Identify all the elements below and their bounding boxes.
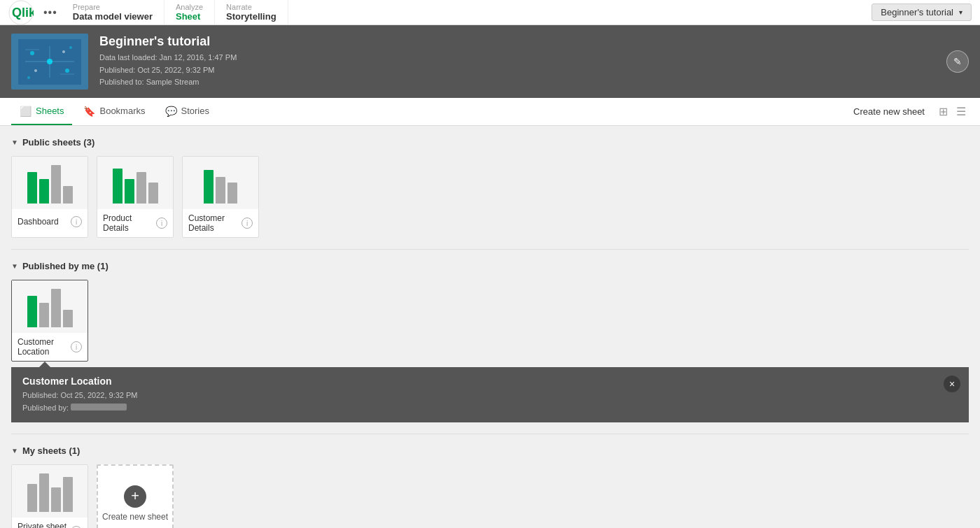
grid-view-button[interactable]: ⊞	[936, 104, 951, 120]
sheets-icon: ⬜	[20, 106, 31, 117]
my-sheets-section: ▼ My sheets (1) Private sheet – sample i…	[11, 445, 969, 528]
nav-prepare[interactable]: Prepare Data model viewer	[62, 0, 164, 24]
narrate-label: Narrate	[226, 3, 276, 11]
sheet-card[interactable]: Product Details i	[97, 156, 174, 238]
tooltip-published-by: Published by:	[22, 402, 958, 415]
section-divider-1	[11, 249, 969, 250]
tooltip-arrow	[39, 362, 50, 367]
info-icon[interactable]: i	[71, 341, 82, 352]
sheet-name: Dashboard	[18, 217, 59, 227]
public-sheets-header[interactable]: ▼ Public sheets (3)	[11, 137, 969, 148]
edit-button[interactable]: ✎	[946, 50, 969, 73]
sheet-preview	[12, 157, 88, 209]
sheet-label: Customer Details i	[183, 209, 258, 237]
sheet-label: Customer Location i	[12, 333, 88, 361]
svg-point-13	[69, 46, 72, 49]
my-sheets-grid: Private sheet – sample i + Create new sh…	[11, 464, 969, 528]
create-new-label: Create new sheet	[102, 512, 168, 522]
sheet-label: Private sheet – sample i	[12, 518, 88, 528]
my-sheets-title: My sheets (1)	[22, 445, 80, 456]
view-toggle: ⊞ ☰	[936, 104, 969, 120]
sheet-card[interactable]: Private sheet – sample i	[11, 464, 88, 528]
tooltip-published: Published: Oct 25, 2022, 9:32 PM	[22, 390, 958, 402]
svg-point-11	[62, 50, 65, 53]
my-sheets-header[interactable]: ▼ My sheets (1)	[11, 445, 969, 456]
public-sheets-grid: Dashboard i Product Details i Customer D…	[11, 156, 969, 238]
sheet-preview	[183, 157, 258, 209]
sheet-name: Customer Location	[18, 337, 71, 357]
create-sheet-button[interactable]: Create new sheet	[848, 104, 930, 120]
nav-sections: Prepare Data model viewer Analyze Sheet …	[62, 0, 288, 24]
main-content: ▼ Public sheets (3) Dashboard i Product …	[0, 126, 980, 528]
bookmark-icon: 🔖	[83, 106, 95, 117]
tooltip-close-button[interactable]: ×	[944, 376, 960, 392]
tutorial-label: Beginner's tutorial	[881, 7, 953, 17]
chevron-down-icon: ▼	[11, 262, 18, 270]
sheet-preview	[12, 465, 88, 518]
sheet-card[interactable]: Dashboard i	[11, 156, 88, 238]
sheet-name: Customer Details	[188, 213, 241, 233]
sheets-label: Sheets	[36, 106, 64, 116]
sheet-card[interactable]: Customer Details i	[182, 156, 259, 238]
svg-point-9	[65, 69, 69, 73]
list-view-button[interactable]: ☰	[953, 104, 969, 120]
nav-narrate[interactable]: Narrate Storytelling	[215, 0, 288, 24]
public-sheets-section: ▼ Public sheets (3) Dashboard i Product …	[11, 137, 969, 238]
chevron-down-icon: ▼	[11, 138, 18, 146]
tutorial-button[interactable]: Beginner's tutorial ▾	[872, 3, 972, 21]
top-nav: Qlik ••• Prepare Data model viewer Analy…	[0, 0, 980, 25]
edit-icon: ✎	[953, 56, 962, 67]
svg-point-8	[30, 51, 34, 55]
published-by-me-header[interactable]: ▼ Published by me (1)	[11, 261, 969, 271]
plus-icon: +	[124, 485, 146, 508]
sheet-label: Product Details i	[97, 209, 173, 237]
info-icon[interactable]: i	[156, 217, 167, 229]
tooltip-title: Customer Location	[22, 376, 958, 387]
narrate-sub: Storytelling	[226, 11, 276, 22]
tab-stories[interactable]: 💬 Stories	[157, 98, 218, 125]
app-thumbnail	[11, 34, 88, 90]
svg-point-12	[27, 76, 30, 79]
tabs-bar: ⬜ Sheets 🔖 Bookmarks 💬 Stories Create ne…	[0, 98, 980, 126]
sheet-label: Dashboard i	[12, 209, 88, 234]
chevron-down-icon: ▾	[959, 8, 962, 16]
app-info: Beginner's tutorial Data last loaded: Ja…	[99, 34, 237, 89]
info-icon[interactable]: i	[71, 216, 82, 227]
app-published-to: Published to: Sample Stream	[99, 76, 237, 89]
tab-bookmarks[interactable]: 🔖 Bookmarks	[75, 98, 153, 125]
publisher-name-redacted	[71, 404, 127, 411]
app-header: Beginner's tutorial Data last loaded: Ja…	[0, 25, 980, 98]
sheet-preview	[12, 280, 88, 333]
tab-sheets[interactable]: ⬜ Sheets	[11, 98, 72, 125]
prepare-label: Prepare	[73, 3, 153, 11]
svg-point-10	[34, 69, 37, 72]
published-by-me-section: ▼ Published by me (1) Customer Location …	[11, 261, 969, 362]
svg-point-7	[47, 59, 52, 64]
customer-location-tooltip: Customer Location Published: Oct 25, 202…	[11, 367, 969, 422]
qlik-logo[interactable]: Qlik	[8, 0, 34, 25]
published-by-label: Published by:	[22, 404, 69, 412]
app-published: Published: Oct 25, 2022, 9:32 PM	[99, 64, 237, 77]
section-divider-2	[11, 434, 969, 434]
svg-text:Qlik: Qlik	[12, 6, 34, 20]
prepare-sub: Data model viewer	[73, 11, 153, 22]
nav-analyze[interactable]: Analyze Sheet	[164, 0, 215, 24]
stories-icon: 💬	[165, 106, 177, 117]
published-by-me-grid: Customer Location i	[11, 280, 969, 362]
sheet-name: Private sheet – sample	[18, 522, 71, 528]
analyze-sub: Sheet	[176, 11, 203, 22]
stories-label: Stories	[181, 106, 209, 116]
more-options-button[interactable]: •••	[39, 3, 62, 22]
chevron-down-icon: ▼	[11, 447, 18, 455]
analyze-label: Analyze	[176, 3, 203, 11]
sheet-preview	[97, 157, 173, 209]
public-sheets-title: Public sheets (3)	[22, 137, 94, 148]
published-by-me-title: Published by me (1)	[22, 261, 108, 271]
app-data-loaded: Data last loaded: Jan 12, 2016, 1:47 PM	[99, 52, 237, 64]
sheet-name: Product Details	[103, 213, 156, 233]
create-new-sheet-card[interactable]: + Create new sheet	[97, 464, 174, 528]
sheet-card[interactable]: Customer Location i	[11, 280, 88, 362]
info-icon[interactable]: i	[241, 217, 253, 229]
bookmarks-label: Bookmarks	[99, 106, 145, 116]
app-title: Beginner's tutorial	[99, 34, 237, 49]
